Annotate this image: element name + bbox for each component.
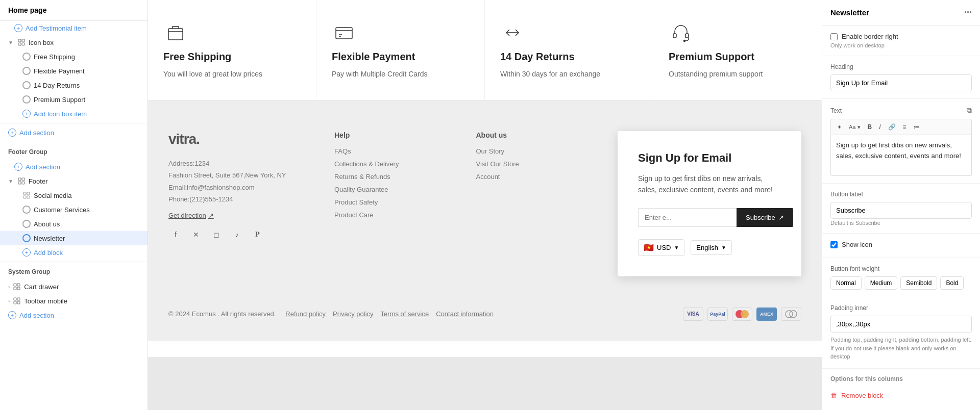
instagram-icon[interactable]: ◻	[209, 227, 224, 242]
padding-inner-label: Padding inner	[830, 304, 972, 312]
font-size-button[interactable]: Aa ▾	[847, 123, 863, 132]
bullet-list-button[interactable]: ≡	[901, 122, 909, 132]
sidebar-item-newsletter[interactable]: Newsletter	[0, 231, 148, 245]
add-section-footer-button[interactable]: + Add section	[0, 160, 148, 174]
copy-icon[interactable]: ⧉	[967, 106, 972, 115]
add-icon-box-item-button[interactable]: + Add Icon box item	[0, 107, 148, 121]
footer-link-faqs[interactable]: FAQs	[334, 147, 456, 155]
tiktok-icon[interactable]: ♪	[230, 227, 244, 242]
button-label-hint: Default is Subscribe	[830, 220, 972, 226]
sidebar-item-premium-support[interactable]: Premium Support	[0, 92, 148, 107]
flag-icon: 🇻🇳	[644, 243, 654, 252]
newsletter-form: Subscribe ↗	[638, 208, 781, 227]
visa-icon: VISA	[683, 308, 703, 321]
svg-rect-13	[17, 284, 20, 286]
right-panel: Newsletter ··· Enable border right Only …	[822, 0, 980, 410]
svg-rect-16	[14, 298, 16, 300]
icon-box-title: Premium Support	[669, 51, 754, 63]
footer-link-visit-store[interactable]: Visit Our Store	[476, 160, 598, 168]
more-options-button[interactable]: ···	[964, 7, 972, 18]
sidebar-item-about-us[interactable]: About us	[0, 217, 148, 231]
brand-name: vitra.	[168, 131, 314, 147]
svg-rect-14	[14, 287, 16, 290]
sidebar-item-free-shipping[interactable]: Free Shipping	[0, 49, 148, 64]
sidebar-item-social-media[interactable]: Social media	[0, 188, 148, 202]
footer-newsletter-col: Sign Up for Email Sign up to get first d…	[618, 131, 801, 276]
add-section-button[interactable]: + Add section	[0, 125, 148, 140]
link-button[interactable]: 🔗	[886, 122, 898, 132]
padding-inner-input[interactable]	[830, 316, 972, 332]
add-section-system-button[interactable]: + Add section	[0, 308, 148, 322]
newsletter-email-input[interactable]	[638, 208, 737, 227]
show-icon-checkbox[interactable]	[830, 241, 838, 248]
right-panel-header: Newsletter ···	[822, 0, 980, 25]
footer-link-collections[interactable]: Collections & Delivery	[334, 160, 456, 168]
remove-block-button[interactable]: 🗑 Remove block	[822, 386, 980, 405]
terms-link[interactable]: Terms of service	[381, 310, 429, 318]
footer-link-our-story[interactable]: Our Story	[476, 147, 598, 155]
circle-icon	[22, 95, 31, 104]
bold-button[interactable]: B	[866, 122, 874, 132]
footer-help-col: Help FAQs Collections & Delivery Returns…	[334, 131, 456, 276]
heading-input[interactable]	[830, 74, 972, 91]
fw-normal-button[interactable]: Normal	[830, 276, 862, 290]
svg-rect-22	[673, 34, 676, 38]
sidebar-item-footer[interactable]: ▼ Footer	[0, 174, 148, 188]
grid-icon	[17, 177, 26, 185]
diners-icon	[781, 308, 801, 321]
creditcard-icon	[332, 20, 356, 45]
fw-medium-button[interactable]: Medium	[865, 276, 898, 290]
add-testimonial-button[interactable]: + Add Testimonial item	[0, 21, 148, 35]
svg-rect-21	[336, 28, 352, 39]
privacy-policy-link[interactable]: Privacy policy	[333, 310, 373, 318]
sidebar-item-icon-box[interactable]: ▼ Icon box	[0, 35, 148, 49]
pinterest-icon[interactable]: 𝐏	[250, 227, 264, 242]
currency-select[interactable]: 🇻🇳 USD ▼	[638, 239, 684, 256]
format-clear-button[interactable]: ✦	[835, 123, 844, 132]
refund-policy-link[interactable]: Refund policy	[285, 310, 326, 318]
italic-button[interactable]: I	[877, 122, 883, 132]
sidebar-item-cart-drawer[interactable]: › Cart drawer	[0, 279, 148, 294]
numbered-list-button[interactable]: ≔	[912, 122, 922, 132]
text-section: Text ⧉ ✦ Aa ▾ B I 🔗 ≡ ≔ Sign up to get f…	[822, 99, 980, 184]
box-icon	[163, 20, 188, 45]
facebook-icon[interactable]: f	[168, 227, 183, 242]
sidebar-item-14-day-returns[interactable]: 14 Day Returns	[0, 78, 148, 92]
fw-semibold-button[interactable]: Semibold	[900, 276, 937, 290]
newsletter-subscribe-button[interactable]: Subscribe ↗	[737, 208, 793, 227]
text-content[interactable]: Sign up to get first dibs on new arrival…	[830, 135, 972, 176]
add-block-button[interactable]: + Add block	[0, 245, 148, 260]
chevron-down-icon: ▼	[8, 178, 13, 184]
svg-rect-19	[17, 301, 20, 304]
grid-small-icon	[22, 191, 31, 199]
currency-language-row: 🇻🇳 USD ▼ English ▼	[638, 239, 781, 256]
sidebar-item-toolbar-mobile[interactable]: › Toolbar mobile	[0, 294, 148, 308]
button-font-weight-label: Button font weight	[830, 265, 972, 272]
plus-icon: +	[22, 110, 31, 118]
footer-section: vitra. Address:1234 Fashion Street, Suit…	[148, 100, 822, 341]
plus-icon: +	[8, 129, 16, 137]
footer-link-product-safety[interactable]: Product Safety	[334, 198, 456, 206]
svg-point-26	[741, 310, 749, 318]
sidebar-item-flexible-payment[interactable]: Flexible Payment	[0, 64, 148, 78]
icon-box-desc: You will love at great low prices	[163, 69, 262, 80]
footer-link-quality[interactable]: Quality Guarantee	[334, 186, 456, 193]
twitter-icon[interactable]: ✕	[189, 227, 203, 242]
footer-link-product-care[interactable]: Product Care	[334, 211, 456, 219]
language-select[interactable]: English ▼	[691, 240, 732, 255]
contact-link[interactable]: Contact information	[436, 310, 494, 318]
get-direction-link[interactable]: Get direction ↗	[168, 212, 314, 219]
text-label: Text	[830, 107, 842, 114]
newsletter-panel-title: Newsletter	[830, 8, 869, 17]
enable-border-right-checkbox[interactable]	[830, 33, 838, 40]
footer-link-returns[interactable]: Returns & Refunds	[334, 173, 456, 181]
footer-link-account[interactable]: Account	[476, 173, 598, 181]
left-panel: Home page + Add Testimonial item ▼ Icon …	[0, 0, 148, 410]
fw-bold-button[interactable]: Bold	[940, 276, 964, 290]
icon-box-title: Free Shipping	[163, 51, 231, 63]
newsletter-desc: Sign up to get first dibs on new arrival…	[638, 173, 781, 196]
button-label-input[interactable]	[830, 202, 972, 219]
main-canvas: Free Shipping You will love at great low…	[148, 0, 822, 410]
sidebar-item-customer-services[interactable]: Customer Services	[0, 202, 148, 217]
circle-icon	[22, 81, 31, 89]
